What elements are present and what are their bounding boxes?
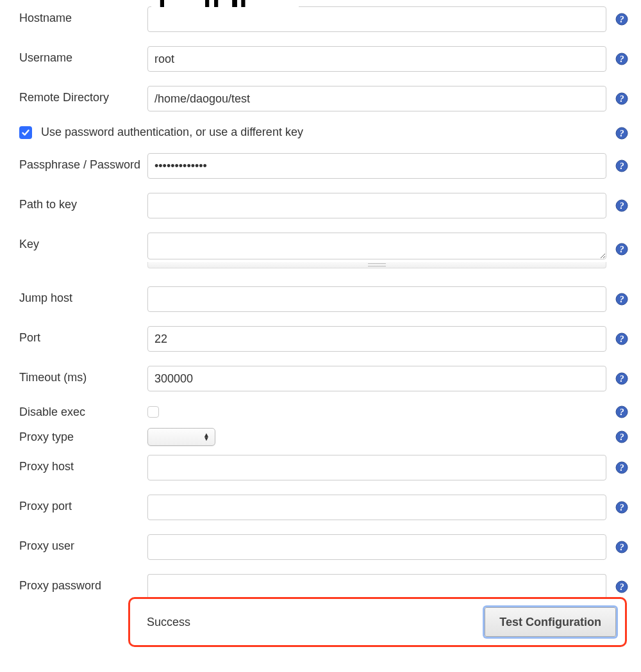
row-timeout: Timeout (ms) ?: [19, 366, 628, 391]
row-proxy-password: Proxy password ?: [19, 574, 628, 600]
label-proxy-type: Proxy type: [19, 428, 147, 444]
proxy-port-input[interactable]: [147, 495, 606, 520]
test-configuration-button[interactable]: Test Configuration: [485, 607, 616, 637]
label-remote-directory: Remote Directory: [19, 86, 147, 104]
label-disable-exec: Disable exec: [19, 406, 147, 419]
help-icon[interactable]: ?: [615, 199, 628, 212]
help-icon[interactable]: ?: [615, 541, 628, 553]
row-key: Key ?: [19, 233, 628, 259]
help-icon[interactable]: ?: [615, 501, 628, 514]
hostname-input[interactable]: [147, 6, 606, 32]
proxy-host-input[interactable]: [147, 455, 606, 480]
timeout-input[interactable]: [147, 366, 606, 391]
row-disable-exec: Disable exec ?: [19, 406, 628, 419]
svg-text:?: ?: [620, 295, 624, 304]
port-input[interactable]: [147, 326, 606, 352]
label-port: Port: [19, 326, 147, 345]
svg-text:?: ?: [620, 15, 624, 24]
svg-text:?: ?: [620, 334, 624, 344]
svg-text:?: ?: [620, 129, 624, 138]
row-proxy-host: Proxy host ?: [19, 455, 628, 480]
svg-text:?: ?: [620, 201, 624, 211]
svg-text:?: ?: [620, 94, 624, 104]
row-username: Username ?: [19, 46, 628, 72]
svg-text:?: ?: [620, 582, 624, 592]
use-password-auth-label: Use password authentication, or use a di…: [41, 126, 303, 139]
row-passphrase: Passphrase / Password ?: [19, 153, 628, 179]
help-icon[interactable]: ?: [615, 92, 628, 105]
row-use-password-auth: Use password authentication, or use a di…: [19, 126, 628, 139]
help-icon[interactable]: ?: [615, 406, 628, 418]
label-path-to-key: Path to key: [19, 193, 147, 211]
label-key: Key: [19, 233, 147, 251]
svg-text:?: ?: [620, 503, 624, 512]
svg-text:?: ?: [620, 245, 624, 254]
use-password-auth-checkbox[interactable]: [19, 126, 32, 139]
key-textarea[interactable]: [147, 233, 606, 259]
label-jump-host: Jump host: [19, 286, 147, 305]
label-proxy-user: Proxy user: [19, 534, 147, 553]
label-username: Username: [19, 46, 147, 65]
label-hostname: Hostname: [19, 6, 147, 25]
help-icon[interactable]: ?: [615, 243, 628, 256]
textarea-resize-grip[interactable]: [147, 262, 606, 268]
passphrase-input[interactable]: [147, 153, 606, 179]
proxy-user-input[interactable]: [147, 534, 606, 560]
svg-text:?: ?: [620, 54, 624, 64]
svg-text:?: ?: [620, 463, 624, 473]
svg-text:?: ?: [620, 432, 624, 442]
row-path-to-key: Path to key ?: [19, 193, 628, 218]
help-icon[interactable]: ?: [615, 13, 628, 26]
test-result-panel: Success Test Configuration: [128, 597, 627, 647]
disable-exec-checkbox[interactable]: [147, 406, 159, 418]
test-result-status: Success: [147, 616, 190, 629]
svg-text:?: ?: [620, 161, 624, 171]
row-proxy-user: Proxy user ?: [19, 534, 628, 560]
row-jump-host: Jump host ?: [19, 286, 628, 312]
help-icon[interactable]: ?: [615, 461, 628, 474]
row-proxy-type: Proxy type ▲▼ ?: [19, 428, 628, 446]
help-icon[interactable]: ?: [615, 53, 628, 65]
help-icon[interactable]: ?: [615, 580, 628, 593]
help-icon[interactable]: ?: [615, 332, 628, 345]
proxy-type-select[interactable]: ▲▼: [147, 428, 215, 446]
label-proxy-host: Proxy host: [19, 455, 147, 473]
help-icon[interactable]: ?: [615, 372, 628, 385]
svg-text:?: ?: [620, 543, 624, 552]
hostname-redacted-overlay: ▘▖ ▝ ▝▖▌ ▋▌: [151, 0, 299, 9]
label-timeout: Timeout (ms): [19, 366, 147, 384]
proxy-password-input[interactable]: [147, 574, 606, 600]
label-passphrase: Passphrase / Password: [19, 153, 147, 172]
row-proxy-port: Proxy port ?: [19, 495, 628, 520]
label-proxy-port: Proxy port: [19, 495, 147, 513]
remote-directory-input[interactable]: [147, 86, 606, 111]
svg-text:?: ?: [620, 374, 624, 384]
select-arrows-icon: ▲▼: [203, 433, 210, 441]
help-icon[interactable]: ?: [615, 160, 628, 172]
row-port: Port ?: [19, 326, 628, 352]
svg-text:?: ?: [620, 407, 624, 417]
ssh-config-form: Hostname ▘▖ ▝ ▝▖▌ ▋▌ ? Username ? Remote…: [0, 0, 641, 672]
label-proxy-password: Proxy password: [19, 574, 147, 593]
row-remote-directory: Remote Directory ?: [19, 86, 628, 111]
row-hostname: Hostname ▘▖ ▝ ▝▖▌ ▋▌ ?: [19, 6, 628, 32]
help-icon[interactable]: ?: [615, 127, 628, 140]
help-icon[interactable]: ?: [615, 430, 628, 443]
username-input[interactable]: [147, 46, 606, 72]
help-icon[interactable]: ?: [615, 293, 628, 306]
path-to-key-input[interactable]: [147, 193, 606, 218]
jump-host-input[interactable]: [147, 286, 606, 312]
